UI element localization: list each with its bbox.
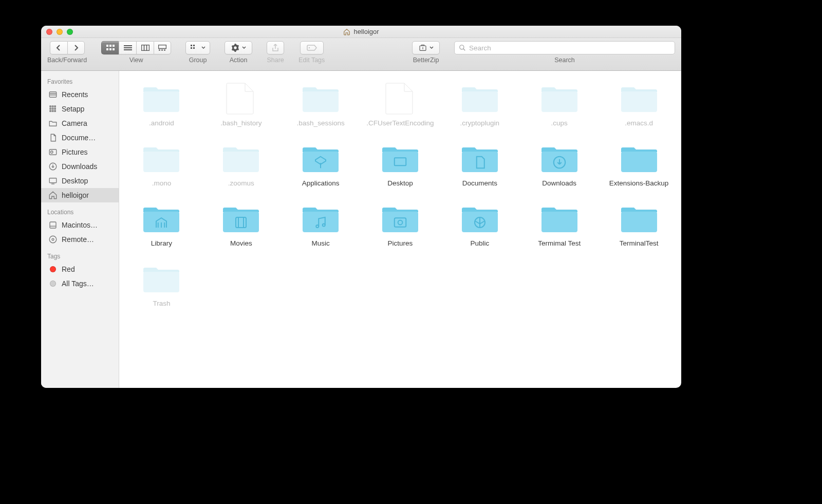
sidebar-item-remote[interactable]: Remote… xyxy=(41,232,119,247)
svg-rect-24 xyxy=(49,92,57,98)
sidebar-item-label: Downloads xyxy=(62,162,97,171)
svg-rect-15 xyxy=(164,50,165,51)
file-item-label: .android xyxy=(149,119,174,128)
file-item[interactable]: Termimal Test xyxy=(522,200,596,248)
group-button[interactable] xyxy=(185,41,210,54)
file-item[interactable]: .cups xyxy=(522,80,596,128)
sidebar-item-macintos[interactable]: Macintos… xyxy=(41,218,119,232)
search-field[interactable] xyxy=(454,41,675,54)
betterzip-label: BetterZip xyxy=(413,57,439,64)
file-item-label: Movies xyxy=(230,239,252,248)
sidebar-item-downloads[interactable]: Downloads xyxy=(41,159,119,174)
file-item-label: Termimal Test xyxy=(538,239,581,248)
sidebar-item-label: helloigor xyxy=(62,191,89,199)
file-item[interactable]: .android xyxy=(124,80,199,128)
view-list-button[interactable] xyxy=(119,41,136,54)
file-item[interactable]: Library xyxy=(124,200,199,248)
sidebar-item-label: Recents xyxy=(62,90,88,99)
file-item[interactable]: .bash_history xyxy=(204,80,278,128)
folder-icon xyxy=(220,200,261,235)
file-item-label: Library xyxy=(151,239,172,248)
svg-rect-60 xyxy=(143,212,179,232)
svg-rect-39 xyxy=(49,178,57,183)
sidebar-section-favorites: Favorites xyxy=(41,75,119,87)
file-item[interactable]: Extensions-Backup xyxy=(602,140,676,188)
disc-icon xyxy=(48,235,58,244)
file-item[interactable]: Trash xyxy=(124,260,199,308)
tags-label: Edit Tags xyxy=(298,57,325,64)
finder-window: helloigor Back/Forward View xyxy=(41,26,681,388)
file-item[interactable]: Music xyxy=(284,200,358,248)
search-group: Search xyxy=(454,41,675,64)
sidebar-item-docume[interactable]: Docume… xyxy=(41,130,119,145)
svg-rect-46 xyxy=(303,91,339,112)
file-item[interactable]: Movies xyxy=(204,200,278,248)
file-icon xyxy=(380,80,421,115)
file-item[interactable]: .cryptoplugin xyxy=(442,80,517,128)
svg-rect-27 xyxy=(50,106,51,107)
view-group: View xyxy=(101,41,171,64)
view-icons-button[interactable] xyxy=(101,41,119,54)
folder-icon xyxy=(619,140,660,175)
file-item[interactable]: .mono xyxy=(124,140,199,188)
svg-rect-41 xyxy=(50,222,56,228)
sidebar-item-red[interactable]: Red xyxy=(41,262,119,276)
svg-rect-19 xyxy=(193,47,195,49)
sidebar-item-camera[interactable]: Camera xyxy=(41,116,119,130)
folder-icon xyxy=(300,80,341,115)
search-input[interactable] xyxy=(469,44,670,52)
forward-button[interactable] xyxy=(67,41,85,54)
file-item[interactable]: .emacs.d xyxy=(602,80,676,128)
file-item-label: Desktop xyxy=(387,179,413,188)
action-button[interactable] xyxy=(225,41,252,54)
titlebar: helloigor xyxy=(41,26,681,38)
file-item-label: Documents xyxy=(462,179,497,188)
sidebar-item-recents[interactable]: Recents xyxy=(41,87,119,102)
minimize-window-button[interactable] xyxy=(57,29,63,35)
svg-rect-13 xyxy=(159,50,160,51)
action-label: Action xyxy=(230,57,248,64)
file-item[interactable]: Desktop xyxy=(363,140,438,188)
svg-rect-64 xyxy=(223,212,259,232)
sidebar-item-setapp[interactable]: Setapp xyxy=(41,102,119,116)
recents-icon xyxy=(48,90,58,99)
folder-icon xyxy=(300,200,341,235)
file-item-label: Trash xyxy=(153,300,170,308)
svg-rect-16 xyxy=(191,45,192,46)
file-item[interactable]: Public xyxy=(442,200,517,248)
folder-icon xyxy=(141,200,182,235)
file-item-label: Extensions-Backup xyxy=(609,179,669,188)
sidebar-item-pictures[interactable]: Pictures xyxy=(41,145,119,159)
sidebar-item-label: Macintos… xyxy=(62,221,98,229)
edit-tags-button[interactable] xyxy=(300,41,324,54)
svg-rect-52 xyxy=(303,152,339,172)
svg-rect-76 xyxy=(541,212,577,232)
folder-icon xyxy=(459,200,500,235)
sidebar-item-label: Setapp xyxy=(62,105,84,113)
file-item[interactable]: Documents xyxy=(442,140,517,188)
file-item[interactable]: .CFUserTextEncoding xyxy=(363,80,438,128)
fullscreen-window-button[interactable] xyxy=(67,29,73,35)
view-gallery-button[interactable] xyxy=(154,41,171,54)
file-item[interactable]: Pictures xyxy=(363,200,438,248)
svg-rect-56 xyxy=(462,152,498,172)
view-columns-button[interactable] xyxy=(136,41,154,54)
file-item[interactable]: .bash_sessions xyxy=(284,80,358,128)
back-button[interactable] xyxy=(50,41,67,54)
sidebar-item-helloigor[interactable]: helloigor xyxy=(41,188,119,202)
sidebar-item-alltags[interactable]: All Tags… xyxy=(41,276,119,291)
file-item-label: Downloads xyxy=(542,179,576,188)
tag-dot-icon xyxy=(48,265,58,274)
svg-point-22 xyxy=(460,45,464,49)
file-item-label: .bash_history xyxy=(220,119,261,128)
file-item[interactable]: TerminalTest xyxy=(602,200,676,248)
share-button[interactable] xyxy=(267,41,284,54)
disk-icon xyxy=(48,220,58,230)
betterzip-button[interactable] xyxy=(412,41,440,54)
file-item[interactable]: .zoomus xyxy=(204,140,278,188)
file-item[interactable]: Applications xyxy=(284,140,358,188)
close-window-button[interactable] xyxy=(46,29,52,35)
file-item[interactable]: Downloads xyxy=(522,140,596,188)
content-area[interactable]: .android.bash_history .bash_sessions.CFU… xyxy=(119,71,681,388)
sidebar-item-desktop[interactable]: Desktop xyxy=(41,174,119,188)
